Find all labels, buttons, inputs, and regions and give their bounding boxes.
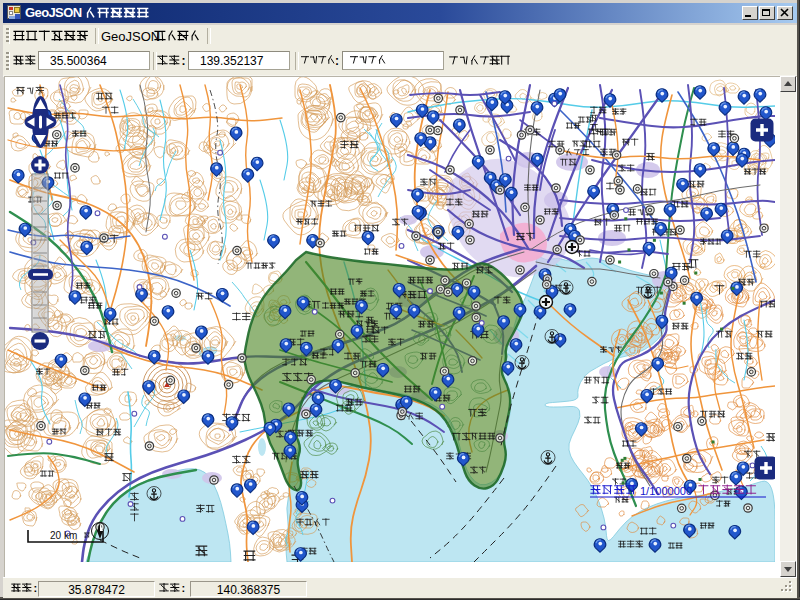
svg-text::: : xyxy=(182,582,186,594)
svg-text::: : xyxy=(34,582,38,594)
svg-text::: : xyxy=(335,54,339,68)
svg-text:1/1000000: 1/1000000 xyxy=(640,485,692,497)
svg-text:20 km: 20 km xyxy=(50,530,77,541)
svg-text::: : xyxy=(182,54,186,68)
